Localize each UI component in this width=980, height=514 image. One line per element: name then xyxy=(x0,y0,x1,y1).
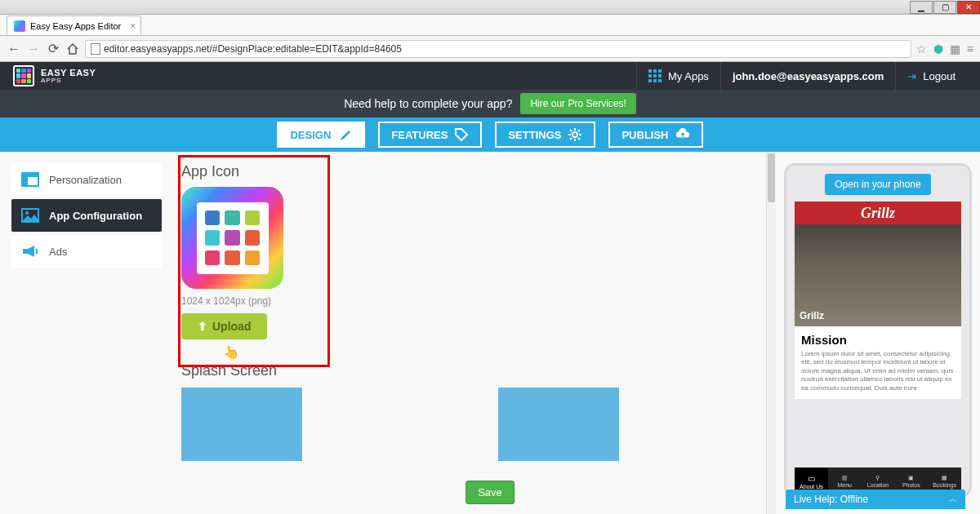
tab-design[interactable]: DESIGN xyxy=(277,122,365,148)
app-icon-preview xyxy=(181,187,283,289)
open-in-phone-button[interactable]: Open in your phone xyxy=(825,174,930,195)
vertical-scrollbar[interactable] xyxy=(766,152,776,514)
phone-brand: Grillz xyxy=(861,205,895,222)
back-button[interactable]: ← xyxy=(7,42,21,56)
tab-title: Easy Easy Apps Editor xyxy=(30,21,121,31)
scroll-thumb[interactable] xyxy=(768,153,775,202)
sidebar-label: Ads xyxy=(49,246,67,258)
splash-preview-1[interactable] xyxy=(181,388,302,461)
help-bar: Need help to complete your app? Hire our… xyxy=(0,90,980,117)
live-help-bar[interactable]: Live Help: Offline ︿ xyxy=(786,490,965,509)
star-icon[interactable]: ☆ xyxy=(916,42,927,55)
favicon-icon xyxy=(14,20,25,32)
logout-icon: ⇥ xyxy=(907,70,916,82)
minimize-button[interactable]: ▁ xyxy=(910,1,933,14)
close-button[interactable]: ✕ xyxy=(957,1,980,14)
section-splash-title: Splash Screen xyxy=(181,362,746,379)
page-icon xyxy=(91,43,100,55)
book-icon: ▥ xyxy=(842,475,848,481)
tab-settings[interactable]: SETTINGS xyxy=(495,122,595,148)
user-email[interactable]: john.doe@easyeasyapps.com xyxy=(720,62,895,90)
reload-button[interactable]: ⟳ xyxy=(46,42,60,56)
svg-point-5 xyxy=(25,211,29,215)
my-apps-link[interactable]: My Apps xyxy=(636,62,720,90)
phone-hero-image: Grillz xyxy=(795,224,961,326)
app-icon-grid xyxy=(197,202,269,274)
icon-dimensions: 1024 x 1024px (png) xyxy=(181,295,746,307)
cursor-pointer-icon: 👆 xyxy=(222,343,241,361)
url-text: editor.easyeasyapps.net/#DesignPlace:edi… xyxy=(104,43,402,55)
image-icon xyxy=(21,207,39,224)
svg-point-0 xyxy=(572,132,577,137)
splash-preview-2[interactable] xyxy=(498,388,619,461)
browser-tab[interactable]: Easy Easy Apps Editor × xyxy=(7,16,141,35)
layout-icon xyxy=(21,171,39,188)
camera-icon: ▣ xyxy=(908,475,914,481)
sidebar-item-ads[interactable]: Ads xyxy=(11,235,162,268)
sidebar-item-personalization[interactable]: Personalization xyxy=(11,163,162,196)
pin-icon: ⚲ xyxy=(875,475,880,481)
main-content: App Icon 1024 x 1024px (png) ⬆ Upload 👆 … xyxy=(162,152,766,514)
design-sidebar: Personalization App Configuration Ads xyxy=(0,152,162,514)
url-bar[interactable]: editor.easyeasyapps.net/#DesignPlace:edi… xyxy=(85,40,911,58)
app-header: EASY EASY APPS My Apps john.doe@easyeasy… xyxy=(0,62,980,90)
logout-link[interactable]: ⇥ Logout xyxy=(895,62,967,90)
live-help-label: Live Help: Offline xyxy=(794,494,868,505)
sidebar-label: App Configuration xyxy=(49,210,142,222)
apps-icon xyxy=(648,69,662,82)
maximize-button[interactable]: ▢ xyxy=(933,1,956,14)
hire-services-button[interactable]: Hire our Pro Services! xyxy=(520,93,635,114)
grid-icon[interactable]: ▦ xyxy=(950,42,960,55)
tab-features[interactable]: FEATURES xyxy=(378,122,482,148)
calendar-icon: ▦ xyxy=(942,475,947,481)
logo[interactable]: EASY EASY APPS xyxy=(13,65,96,86)
tab-close-icon[interactable]: × xyxy=(130,20,136,32)
save-button[interactable]: Save xyxy=(466,481,514,504)
sidebar-label: Personalization xyxy=(49,174,122,186)
tag-icon xyxy=(454,127,469,142)
main-tab-bar: DESIGN FEATURES SETTINGS PUBLISH xyxy=(0,117,980,152)
upload-arrow-icon: ⬆ xyxy=(198,320,207,333)
brand-bot: APPS xyxy=(41,78,96,84)
section-app-icon-title: App Icon xyxy=(181,163,746,180)
megaphone-icon xyxy=(21,243,39,259)
hero-label: Grillz xyxy=(795,305,829,326)
browser-tabstrip: Easy Easy Apps Editor × xyxy=(0,15,980,36)
home-button[interactable] xyxy=(65,42,80,56)
badge-icon: ▭ xyxy=(808,474,815,483)
svg-rect-2 xyxy=(22,173,38,177)
extension-icon[interactable]: ⬢ xyxy=(933,42,943,55)
logo-icon xyxy=(13,65,34,86)
forward-button[interactable]: → xyxy=(26,42,41,56)
mission-text: Lorem ipsum dolor sit amet, consectetur … xyxy=(801,350,955,392)
upload-button[interactable]: ⬆ Upload xyxy=(181,313,267,339)
cloud-upload-icon xyxy=(675,127,690,142)
browser-addressbar: ← → ⟳ editor.easyeasyapps.net/#DesignPla… xyxy=(0,36,980,62)
phone-brand-header: Grillz xyxy=(795,202,961,224)
tab-publish[interactable]: PUBLISH xyxy=(608,122,702,148)
mission-heading: Mission xyxy=(801,333,955,347)
window-titlebar: ▁ ▢ ✕ xyxy=(0,0,980,15)
gear-icon xyxy=(568,127,582,142)
svg-rect-3 xyxy=(22,177,28,186)
chevron-up-icon: ︿ xyxy=(949,494,957,505)
brush-icon xyxy=(337,127,352,142)
menu-icon[interactable]: ≡ xyxy=(967,42,973,55)
help-text: Need help to complete your app? xyxy=(344,97,512,110)
sidebar-item-app-configuration[interactable]: App Configuration xyxy=(11,199,162,232)
brand-top: EASY EASY xyxy=(41,69,96,78)
phone-preview: Open in your phone Grillz Grillz Mission… xyxy=(784,163,972,498)
